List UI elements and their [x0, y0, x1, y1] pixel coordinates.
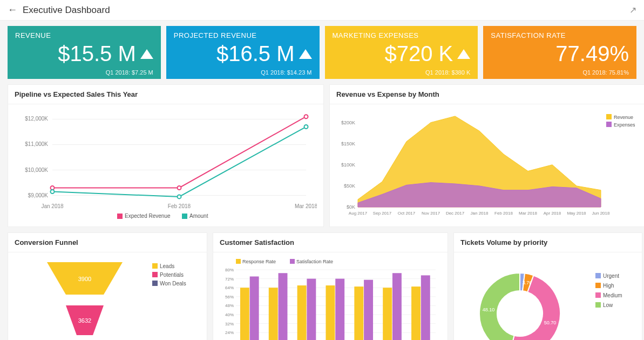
svg-text:72%: 72%	[225, 277, 234, 282]
svg-rect-89	[364, 280, 373, 340]
svg-rect-95	[421, 275, 430, 340]
svg-rect-83	[307, 279, 316, 340]
svg-text:$12,000K: $12,000K	[25, 116, 48, 122]
svg-text:Medium: Medium	[603, 292, 622, 298]
svg-text:Aug 2017: Aug 2017	[349, 211, 368, 216]
svg-rect-108	[595, 292, 601, 298]
svg-rect-110	[595, 302, 601, 308]
kpi-satisfaction-rate[interactable]: SATISFACTION RATE 77.49% Q1 2018: 75.81%	[483, 26, 636, 79]
card-funnel: Conversion Funnel 390036321425Conversion…	[8, 232, 207, 340]
chart-title: Customer Satisfaction	[213, 233, 448, 252]
chart-rev-exp: $0K$50K$100K$150K$200KAug 2017Sep 2017Oc…	[336, 109, 639, 222]
svg-text:Feb 2018: Feb 2018	[494, 211, 513, 216]
svg-rect-77	[250, 276, 259, 340]
svg-text:$50K: $50K	[344, 183, 355, 189]
kpi-revenue[interactable]: REVENUE $15.5 M Q1 2018: $7.25 M	[8, 26, 161, 79]
svg-text:Potentials: Potentials	[160, 272, 184, 278]
svg-point-11	[51, 186, 55, 190]
chart-title: Tickets Volume by priority	[454, 233, 642, 252]
kpi-label: MARKETING EXPENSES	[333, 31, 471, 39]
svg-text:Mar 2018: Mar 2018	[519, 211, 537, 216]
svg-text:64%: 64%	[225, 285, 234, 290]
kpi-value: $15.5 M	[58, 42, 136, 66]
svg-text:Expected Revenue: Expected Revenue	[125, 213, 171, 219]
svg-text:High: High	[603, 283, 614, 289]
kpi-projected-revenue[interactable]: PROJECTED REVENUE $16.5 M Q1 2018: $14.2…	[166, 26, 320, 79]
svg-text:50.70: 50.70	[544, 320, 557, 325]
kpi-sub: Q1 2018: $14.23 M	[174, 69, 312, 76]
svg-rect-91	[383, 288, 392, 340]
external-link-icon[interactable]: ↗	[629, 5, 636, 15]
svg-rect-106	[595, 283, 601, 288]
svg-text:32%: 32%	[225, 322, 234, 326]
svg-rect-17	[117, 214, 123, 219]
svg-text:Mar 2018: Mar 2018	[295, 203, 317, 209]
svg-text:$11,000K: $11,000K	[25, 141, 48, 147]
svg-rect-79	[269, 288, 278, 340]
svg-point-13	[304, 115, 308, 118]
chart-pipeline: $9,000K$10,000K$11,000K$12,000KJan 2018F…	[15, 109, 317, 222]
kpi-label: SATISFACTION RATE	[491, 31, 629, 39]
kpi-value: 77.49%	[555, 42, 629, 66]
svg-text:40%: 40%	[225, 312, 234, 317]
card-rev-exp: Revenue vs Expense by Month $0K$50K$100K…	[329, 84, 644, 227]
svg-text:48%: 48%	[225, 303, 234, 308]
card-tickets: Tickets Volume by priority 3.7650.7048.1…	[453, 232, 642, 340]
chart-title: Revenue vs Expense by Month	[330, 85, 644, 104]
svg-text:Won Deals: Won Deals	[160, 281, 186, 286]
svg-text:Response Rate: Response Rate	[242, 259, 276, 264]
svg-rect-94	[411, 286, 421, 340]
svg-text:24%: 24%	[225, 330, 234, 335]
svg-text:Apr 2018: Apr 2018	[544, 211, 561, 216]
svg-text:Oct 2017: Oct 2017	[398, 211, 416, 216]
chart-tickets: 3.7650.7048.10UrgentHighMediumLow	[460, 257, 636, 340]
svg-rect-52	[152, 281, 158, 286]
kpi-label: PROJECTED REVENUE	[174, 31, 312, 39]
trend-up-icon	[299, 49, 312, 59]
svg-point-12	[178, 186, 181, 190]
svg-text:Nov 2017: Nov 2017	[422, 211, 440, 216]
kpi-sub: Q1 2018: $380 K	[333, 69, 471, 76]
chart-title: Pipeline vs Expected Sales This Year	[8, 85, 323, 104]
svg-rect-48	[152, 263, 158, 269]
svg-text:Jun 2018: Jun 2018	[592, 211, 610, 216]
svg-rect-97	[236, 259, 241, 264]
svg-rect-50	[152, 272, 158, 277]
back-arrow-icon[interactable]: ←	[8, 4, 17, 16]
svg-text:$0K: $0K	[347, 204, 355, 210]
svg-text:Sep 2017: Sep 2017	[373, 211, 392, 216]
svg-rect-99	[290, 259, 295, 264]
svg-text:48.10: 48.10	[483, 307, 495, 312]
svg-text:$10,000K: $10,000K	[25, 167, 48, 173]
svg-text:Jan 2018: Jan 2018	[41, 203, 64, 209]
kpi-marketing-expenses[interactable]: MARKETING EXPENSES $720 K Q1 2018: $380 …	[325, 26, 478, 79]
svg-rect-19	[182, 214, 187, 219]
svg-rect-76	[240, 288, 249, 340]
svg-text:56%: 56%	[225, 295, 234, 299]
svg-text:May 2018: May 2018	[567, 211, 586, 216]
svg-text:$9,000K: $9,000K	[28, 192, 49, 198]
svg-text:Leads: Leads	[160, 263, 174, 269]
svg-point-16	[304, 125, 308, 129]
svg-text:$100K: $100K	[341, 162, 355, 168]
svg-rect-39	[606, 122, 612, 127]
card-csat: Customer Satisfaction 0%8%16%24%32%40%48…	[213, 232, 448, 340]
kpi-value: $16.5 M	[216, 42, 295, 66]
svg-text:$200K: $200K	[341, 120, 355, 125]
svg-text:80%: 80%	[225, 268, 234, 272]
svg-rect-82	[297, 285, 307, 340]
svg-text:Satisfaction Rate: Satisfaction Rate	[296, 259, 333, 264]
svg-text:3900: 3900	[78, 276, 91, 282]
svg-text:Revenue: Revenue	[614, 115, 633, 120]
svg-text:Dec 2017: Dec 2017	[446, 211, 465, 216]
svg-text:Feb 2018: Feb 2018	[168, 203, 191, 209]
svg-rect-88	[354, 286, 363, 340]
svg-text:Urgent: Urgent	[603, 273, 619, 279]
svg-text:Expenses: Expenses	[614, 122, 635, 128]
svg-rect-104	[595, 273, 601, 278]
svg-rect-37	[606, 114, 612, 119]
svg-text:Amount: Amount	[189, 213, 208, 219]
kpi-label: REVENUE	[15, 31, 153, 39]
page-title: Executive Dashboard	[23, 5, 110, 16]
trend-up-icon	[457, 49, 470, 59]
